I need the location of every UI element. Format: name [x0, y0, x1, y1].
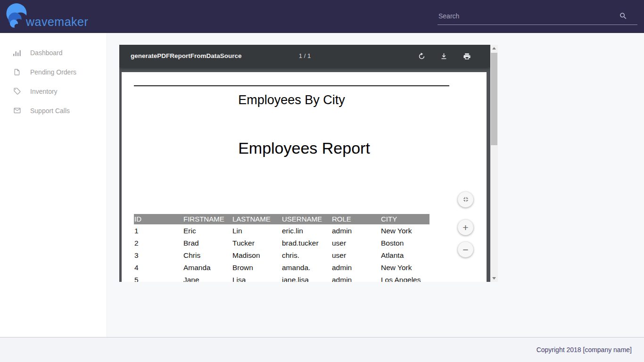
- table-cell: amanda.: [281, 261, 331, 273]
- document-title: Employees By City: [134, 93, 449, 107]
- table-cell: 4: [134, 261, 183, 273]
- table-cell: eric.lin: [281, 224, 331, 237]
- sidebar: Dashboard Pending Orders Inventory Suppo…: [0, 33, 107, 337]
- table-cell: New York: [380, 261, 429, 273]
- zoom-out-button[interactable]: −: [458, 242, 473, 257]
- document-rule: [134, 85, 449, 86]
- table-cell: Madison: [232, 249, 281, 261]
- table-cell: jane.lisa: [281, 273, 331, 282]
- sidebar-item-dashboard[interactable]: Dashboard: [0, 43, 107, 62]
- pdf-toolbar: 1 / 1 generatePDFReportFromDataSource: [119, 45, 490, 67]
- fit-to-page-button[interactable]: [458, 192, 473, 207]
- table-cell: 1: [134, 224, 183, 237]
- scrollbar-thumb[interactable]: [491, 53, 497, 145]
- table-cell: user: [331, 249, 380, 261]
- document-icon: [13, 68, 21, 76]
- brand-name: wavemaker: [26, 15, 88, 29]
- table-cell: Brown: [232, 261, 281, 273]
- table-cell: Brad: [183, 237, 232, 249]
- table-header-cell: CITY: [380, 214, 429, 224]
- table-cell: 5: [134, 273, 183, 282]
- table-cell: Amanda: [183, 261, 232, 273]
- scroll-down-icon[interactable]: [490, 275, 498, 282]
- table-row: 2BradTuckerbrad.tuckeruserBoston: [134, 237, 429, 249]
- table-cell: Atlanta: [380, 249, 429, 261]
- table-cell: Jane: [183, 273, 232, 282]
- pdf-document-title: generatePDFReportFromDataSource: [131, 45, 242, 67]
- table-header-cell: USERNAME: [281, 214, 331, 224]
- rotate-icon[interactable]: [415, 50, 428, 62]
- table-cell: Lin: [232, 224, 281, 237]
- pdf-page: Employees By City Employees Report IDFIR…: [122, 72, 487, 282]
- sidebar-item-pending-orders[interactable]: Pending Orders: [0, 62, 107, 82]
- table-header-cell: FIRSTNAME: [183, 214, 232, 224]
- table-header-cell: ID: [134, 214, 183, 224]
- table-row: 5JaneLisajane.lisaadminLos Angeles: [134, 273, 429, 282]
- search-input[interactable]: [438, 10, 608, 22]
- table-cell: Boston: [380, 237, 429, 249]
- sidebar-item-label: Dashboard: [30, 49, 63, 57]
- envelope-icon: [13, 107, 21, 115]
- search-icon[interactable]: [619, 12, 627, 20]
- copyright-text: Copyright 2018 [company name]: [537, 346, 632, 354]
- fit-to-page-icon: [462, 195, 470, 205]
- table-cell: chris.: [281, 249, 331, 261]
- table-header-cell: LASTNAME: [232, 214, 281, 224]
- wavemaker-logo[interactable]: wavemaker: [5, 3, 88, 32]
- table-cell: admin: [331, 224, 380, 237]
- table-cell: Tucker: [232, 237, 281, 249]
- pdf-table-header: IDFIRSTNAMELASTNAMEUSERNAMEROLECITY: [134, 214, 429, 224]
- table-cell: brad.tucker: [281, 237, 331, 249]
- table-cell: 3: [134, 249, 183, 261]
- table-row: 3ChrisMadisonchris.userAtlanta: [134, 249, 429, 261]
- wave-icon: [5, 3, 29, 32]
- app-header: wavemaker: [0, 0, 644, 33]
- table-row: 1EricLineric.linadminNew York: [134, 224, 429, 237]
- sidebar-item-inventory[interactable]: Inventory: [0, 82, 107, 101]
- download-icon[interactable]: [438, 50, 450, 62]
- table-cell: admin: [331, 273, 380, 282]
- sidebar-item-label: Pending Orders: [30, 68, 76, 76]
- sidebar-item-label: Support Calls: [30, 107, 70, 115]
- table-cell: Lisa: [232, 273, 281, 282]
- table-cell: Eric: [183, 224, 232, 237]
- scroll-up-icon[interactable]: [490, 45, 498, 52]
- table-cell: Chris: [183, 249, 232, 261]
- table-header-cell: ROLE: [331, 214, 380, 224]
- search-field: [438, 5, 637, 25]
- table-cell: user: [331, 237, 380, 249]
- table-cell: 2: [134, 237, 183, 249]
- print-icon[interactable]: [461, 50, 473, 62]
- zoom-in-button[interactable]: +: [458, 220, 473, 235]
- table-cell: New York: [380, 224, 429, 237]
- table-row: 4AmandaBrownamanda.adminNew York: [134, 261, 429, 273]
- pdf-viewer: 1 / 1 generatePDFReportFromDataSource: [119, 45, 498, 282]
- tag-icon: [13, 87, 21, 96]
- sidebar-item-support-calls[interactable]: Support Calls: [0, 101, 107, 120]
- bar-chart-icon: [13, 49, 21, 57]
- report-heading: Employees Report: [122, 139, 487, 157]
- pdf-viewer-canvas: 1 / 1 generatePDFReportFromDataSource: [119, 45, 490, 282]
- app-footer: Copyright 2018 [company name]: [0, 337, 644, 362]
- table-cell: Los Angeles: [380, 273, 429, 282]
- pdf-table-body: 1EricLineric.linadminNew York2BradTucker…: [134, 224, 429, 282]
- pdf-scrollbar: [490, 45, 498, 282]
- employees-table: IDFIRSTNAMELASTNAMEUSERNAMEROLECITY 1Eri…: [134, 214, 429, 282]
- sidebar-item-label: Inventory: [30, 88, 58, 95]
- table-cell: admin: [331, 261, 380, 273]
